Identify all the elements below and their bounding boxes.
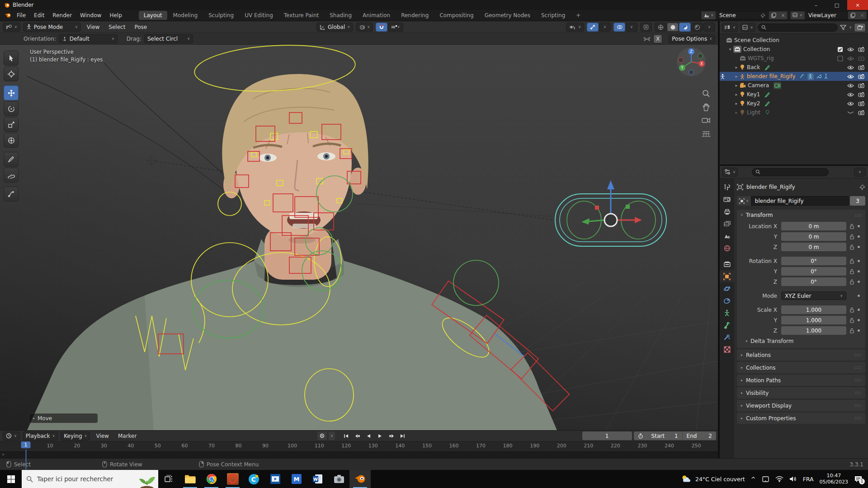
- notification-center-icon[interactable]: 1: [854, 475, 863, 483]
- tab-uv-editing[interactable]: UV Editing: [240, 11, 278, 20]
- scene-browse-button[interactable]: ∨: [701, 11, 716, 19]
- outliner-search[interactable]: [758, 23, 838, 32]
- lock-icon[interactable]: [849, 318, 854, 323]
- camera-view-icon[interactable]: [702, 117, 712, 127]
- tab-collection-properties[interactable]: [720, 258, 734, 270]
- auto-keying-button[interactable]: [317, 432, 327, 440]
- new-collection-button[interactable]: [854, 23, 866, 32]
- shading-options-dropdown[interactable]: ∨: [703, 23, 715, 32]
- tool-cursor[interactable]: [4, 66, 19, 81]
- expand-icon[interactable]: ▸: [733, 101, 740, 106]
- menu-window[interactable]: Window: [76, 11, 105, 20]
- tab-world-properties[interactable]: [720, 242, 734, 254]
- tab-bone-constraint-properties[interactable]: [720, 331, 734, 343]
- outliner-row-scene-collection[interactable]: Scene Collection: [720, 36, 868, 45]
- tab-modeling[interactable]: Modeling: [168, 11, 203, 20]
- jump-to-start-button[interactable]: [341, 432, 351, 440]
- expand-icon[interactable]: ▸: [733, 74, 740, 79]
- menu-select[interactable]: Select: [105, 23, 128, 31]
- gizmo-options-dropdown[interactable]: ∨: [599, 23, 611, 32]
- blender-menu-icon[interactable]: [4, 12, 12, 19]
- screenshot-app-icon[interactable]: [328, 470, 349, 488]
- tab-animation[interactable]: Animation: [358, 11, 395, 20]
- expand-icon[interactable]: ▸: [733, 83, 740, 88]
- close-button[interactable]: ×: [847, 0, 868, 10]
- tab-shading[interactable]: Shading: [325, 11, 357, 20]
- outliner-row-rigify[interactable]: ▸ blender file_Rigify: [720, 72, 868, 81]
- viewlayer-delete-button[interactable]: ×: [858, 11, 867, 19]
- mode-dropdown[interactable]: Pose Mode ∨: [23, 23, 81, 32]
- outliner-row-back[interactable]: ▸ Back: [720, 63, 868, 72]
- lock-icon[interactable]: [849, 234, 854, 239]
- expand-icon[interactable]: ▸: [733, 110, 740, 115]
- tab-object-data-properties[interactable]: [720, 307, 734, 319]
- operator-panel-move[interactable]: ▸ Move: [29, 413, 98, 423]
- viewport-scene[interactable]: [0, 45, 718, 430]
- menu-render[interactable]: Render: [48, 11, 76, 20]
- orientation-default-dropdown[interactable]: Default ∨: [59, 34, 118, 43]
- render-camera-icon[interactable]: [858, 74, 864, 79]
- lock-icon[interactable]: [849, 269, 854, 274]
- gizmo-axis-y-neg[interactable]: [698, 54, 703, 59]
- drag-handle-icon[interactable]: ∷∷: [854, 416, 861, 421]
- tab-texture-paint[interactable]: Texture Paint: [279, 11, 324, 20]
- tab-compositing[interactable]: Compositing: [434, 11, 478, 20]
- object-browse-button[interactable]: ∨: [737, 196, 751, 206]
- viewlayer-name-field[interactable]: ViewLayer: [805, 11, 848, 19]
- tool-select-box[interactable]: [4, 51, 19, 66]
- outliner-row-collection[interactable]: ▾ Collection: [720, 45, 868, 54]
- jump-next-keyframe-button[interactable]: [387, 432, 396, 440]
- tab-output-properties[interactable]: [720, 206, 734, 218]
- drag-handle-icon[interactable]: ∷∷: [854, 365, 861, 370]
- tab-scene-properties[interactable]: [720, 230, 734, 242]
- word-app-icon[interactable]: W: [307, 470, 328, 488]
- gizmo-center-ring[interactable]: [604, 214, 617, 226]
- properties-options-dropdown[interactable]: ∨: [854, 168, 866, 177]
- snap-target-dropdown[interactable]: ∨: [388, 23, 403, 32]
- orthographic-grid-icon[interactable]: [702, 130, 712, 140]
- lock-icon[interactable]: [849, 244, 854, 250]
- start-frame-field[interactable]: Start 1: [647, 433, 682, 439]
- menu-help[interactable]: Help: [105, 11, 126, 20]
- animate-dot[interactable]: [858, 235, 860, 238]
- render-camera-icon[interactable]: [858, 83, 864, 88]
- file-explorer-icon[interactable]: [179, 470, 201, 488]
- tab-sculpting[interactable]: Sculpting: [203, 11, 239, 20]
- render-camera-icon[interactable]: [858, 47, 864, 52]
- pan-hand-icon[interactable]: [702, 103, 712, 113]
- wifi-icon[interactable]: [775, 476, 783, 482]
- transform-panel-header[interactable]: ∨ Transform ∷∷: [737, 210, 865, 221]
- viewlayer-new-button[interactable]: [848, 11, 858, 19]
- hidden-eye-closed-icon[interactable]: [847, 111, 854, 115]
- timeline-view-menu[interactable]: View: [93, 432, 112, 440]
- drag-handle-icon[interactable]: ∷∷: [854, 378, 861, 383]
- use-preview-range-button[interactable]: [634, 433, 647, 439]
- volume-icon[interactable]: [789, 476, 797, 482]
- tool-move[interactable]: [4, 85, 19, 100]
- blender-taskbar-icon[interactable]: [349, 470, 371, 488]
- maximize-button[interactable]: □: [826, 0, 847, 10]
- rotation-x-field[interactable]: 0°: [781, 257, 846, 265]
- minimize-button[interactable]: –: [806, 0, 826, 10]
- playback-menu[interactable]: Playback ∨: [23, 432, 58, 441]
- task-view-button[interactable]: [158, 470, 179, 488]
- lock-icon[interactable]: [849, 279, 854, 285]
- tab-tool-properties[interactable]: [720, 181, 734, 193]
- pose-options-dropdown[interactable]: Pose Options ∨: [669, 34, 715, 43]
- jump-prev-keyframe-button[interactable]: [353, 432, 362, 440]
- tab-texture-properties[interactable]: [720, 343, 734, 356]
- tablet-mode-icon[interactable]: [762, 476, 769, 483]
- object-name-field[interactable]: blender file_Rigify: [751, 196, 849, 206]
- tool-annotate[interactable]: [4, 152, 19, 167]
- mirror-x-toggle[interactable]: X: [653, 34, 662, 43]
- overlays-options-dropdown[interactable]: ∨: [626, 23, 637, 32]
- filter-icon[interactable]: [840, 25, 847, 30]
- keying-menu[interactable]: Keying ∨: [61, 432, 90, 441]
- scale-z-field[interactable]: 1.000: [781, 326, 846, 335]
- tool-pose-breakdowner[interactable]: [4, 187, 19, 202]
- tab-rendering[interactable]: Rendering: [396, 11, 434, 20]
- properties-editor-type-button[interactable]: ∨: [722, 168, 738, 177]
- tray-language[interactable]: FRA: [803, 476, 814, 483]
- hide-eye-icon[interactable]: [847, 65, 854, 70]
- properties-search[interactable]: [752, 168, 829, 176]
